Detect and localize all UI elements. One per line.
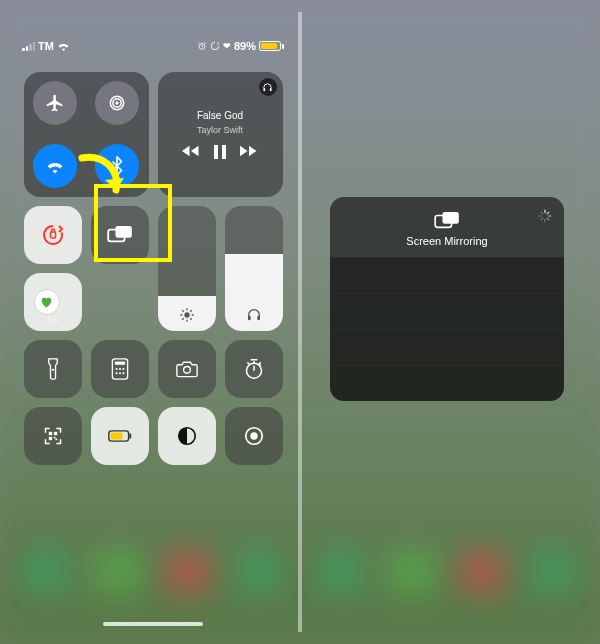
svg-point-23 [183, 366, 190, 373]
svg-point-14 [51, 369, 53, 371]
orientation-lock-button[interactable] [24, 206, 82, 264]
svg-rect-30 [53, 437, 55, 439]
timer-button[interactable] [225, 340, 283, 398]
bluetooth-toggle[interactable] [95, 144, 139, 188]
calculator-button[interactable] [91, 340, 149, 398]
svg-point-22 [122, 372, 124, 374]
qr-scanner-button[interactable] [24, 407, 82, 465]
svg-rect-29 [48, 437, 51, 440]
screenshot-screen-mirroring: Screen Mirroring [306, 12, 588, 632]
svg-point-19 [122, 368, 124, 370]
carrier-label: TM [38, 40, 54, 52]
home-indicator[interactable] [103, 622, 203, 626]
svg-rect-28 [53, 432, 56, 435]
loading-spinner-icon [538, 209, 552, 223]
svg-point-37 [250, 432, 257, 439]
svg-rect-16 [114, 361, 124, 364]
play-pause-button[interactable] [214, 145, 226, 159]
battery-percentage: 89% [234, 40, 256, 52]
connectivity-group[interactable] [24, 72, 149, 197]
screen-mirroring-button[interactable] [91, 206, 149, 264]
song-artist: Taylor Swift [197, 125, 243, 135]
svg-rect-10 [115, 226, 131, 238]
svg-rect-31 [55, 439, 57, 441]
screenshot-control-center: TM ❤︎ 89% [12, 12, 294, 632]
alarm-icon [197, 41, 207, 51]
svg-rect-4 [263, 87, 265, 90]
now-playing[interactable]: False God Taylor Swift [158, 72, 283, 197]
status-bar: TM ❤︎ 89% [22, 40, 284, 52]
cellular-signal-icon [22, 42, 35, 51]
focus-button[interactable]: On [24, 273, 82, 331]
device-row[interactable] [330, 257, 564, 293]
brightness-icon [158, 307, 216, 323]
screen-recording-button[interactable] [225, 407, 283, 465]
next-track-button[interactable] [240, 145, 258, 159]
svg-rect-13 [257, 316, 260, 321]
screen-mirroring-panel[interactable]: Screen Mirroring [330, 197, 564, 401]
camera-button[interactable] [158, 340, 216, 398]
battery-icon [259, 41, 284, 51]
svg-rect-6 [214, 145, 218, 159]
svg-point-20 [115, 372, 117, 374]
focus-state-label: On [24, 316, 82, 325]
volume-slider[interactable] [225, 206, 283, 331]
audio-output-icon[interactable] [259, 78, 277, 96]
svg-point-11 [184, 312, 189, 317]
device-row[interactable] [330, 293, 564, 329]
svg-rect-34 [129, 433, 131, 438]
svg-point-26 [258, 364, 260, 366]
device-row[interactable] [330, 329, 564, 365]
song-title: False God [197, 110, 243, 121]
orientation-lock-status-icon [210, 41, 220, 51]
previous-track-button[interactable] [182, 145, 200, 159]
headphones-icon [225, 307, 283, 323]
brightness-slider[interactable] [158, 206, 216, 331]
wifi-toggle[interactable] [33, 144, 77, 188]
screen-mirroring-title: Screen Mirroring [406, 235, 487, 247]
heart-icon [34, 289, 60, 315]
svg-rect-7 [222, 145, 226, 159]
svg-rect-33 [110, 433, 122, 440]
low-power-mode-button[interactable] [91, 407, 149, 465]
svg-rect-12 [248, 316, 251, 321]
svg-point-17 [115, 368, 117, 370]
device-list [330, 257, 564, 401]
heart-icon: ❤︎ [223, 41, 231, 51]
airplane-mode-toggle[interactable] [33, 81, 77, 125]
dark-mode-button[interactable] [158, 407, 216, 465]
svg-point-1 [116, 102, 119, 105]
flashlight-button[interactable] [24, 340, 82, 398]
svg-point-25 [252, 361, 254, 363]
svg-rect-8 [50, 232, 55, 238]
screen-mirroring-icon [434, 211, 460, 231]
svg-point-21 [118, 372, 120, 374]
airdrop-toggle[interactable] [95, 81, 139, 125]
svg-point-18 [118, 368, 120, 370]
dock-blur [306, 532, 588, 612]
wifi-icon [57, 41, 70, 51]
svg-rect-27 [48, 432, 51, 435]
svg-rect-5 [270, 87, 272, 90]
svg-rect-39 [442, 212, 458, 224]
device-row[interactable] [330, 365, 564, 401]
